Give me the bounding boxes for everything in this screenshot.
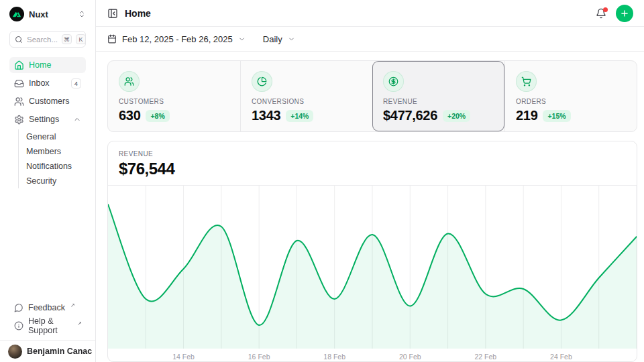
sidebar-item-inbox[interactable]: Inbox 4 xyxy=(9,75,86,91)
revenue-chart[interactable]: 14 Feb16 Feb18 Feb20 Feb22 Feb24 Feb xyxy=(108,186,637,362)
stat-value: 630 xyxy=(119,108,140,123)
kbd-cmd: ⌘ xyxy=(62,34,72,44)
external-link-icon: ↗ xyxy=(77,320,82,326)
user-menu[interactable]: Benjamin Canac xyxy=(0,340,95,362)
notification-dot xyxy=(603,7,608,12)
search-input[interactable]: Search... ⌘ K xyxy=(9,31,86,48)
stat-value: $477,626 xyxy=(383,108,437,123)
shopping-cart-icon xyxy=(516,71,537,92)
stat-delta-badge: +20% xyxy=(443,110,470,122)
sidebar-item-security[interactable]: Security xyxy=(19,174,86,188)
sidebar-item-customers[interactable]: Customers xyxy=(9,93,86,109)
kbd-k: K xyxy=(76,34,86,44)
chevron-up-icon xyxy=(73,115,81,123)
footer-link-label: Help & Support xyxy=(28,316,72,335)
chevron-down-icon xyxy=(288,36,295,43)
chart-pie-icon xyxy=(252,71,272,92)
workspace-name: Nuxt xyxy=(29,9,73,19)
filter-toolbar: Feb 12, 2025 - Feb 26, 2025 Daily xyxy=(96,27,644,52)
search-icon xyxy=(15,36,23,44)
help-support-link[interactable]: Help & Support ↗ xyxy=(9,318,86,334)
revenue-chart-card: REVENUE $76,544 14 Feb16 Feb18 Feb20 Feb… xyxy=(107,141,637,362)
stat-label: ORDERS xyxy=(516,98,626,105)
sidebar-footer: Feedback ↗ Help & Support ↗ xyxy=(0,300,95,340)
sidebar: Nuxt Search... ⌘ K Home Inbox 4 xyxy=(0,0,96,362)
notifications-button[interactable] xyxy=(596,8,606,19)
stat-label: CONVERSIONS xyxy=(252,98,362,105)
svg-text:22 Feb: 22 Feb xyxy=(475,353,497,361)
sidebar-item-settings[interactable]: Settings xyxy=(9,111,86,127)
stat-value: 1343 xyxy=(252,108,280,123)
topbar: Home xyxy=(96,0,644,27)
sidebar-subitem-label: Members xyxy=(26,147,61,156)
page-title: Home xyxy=(125,8,151,19)
stat-delta-badge: +14% xyxy=(286,110,313,122)
svg-text:20 Feb: 20 Feb xyxy=(399,353,421,361)
info-icon xyxy=(14,321,23,330)
settings-subnav: General Members Notifications Security xyxy=(18,129,86,188)
external-link-icon: ↗ xyxy=(70,302,75,308)
chevron-down-icon xyxy=(238,36,246,43)
stats-strip: CUSTOMERS 630 +8% CONVERSIONS 1343 +14% xyxy=(107,60,637,132)
stat-card-orders[interactable]: ORDERS 219 +15% xyxy=(504,61,637,131)
add-button[interactable] xyxy=(616,5,633,22)
sidebar-item-notifications[interactable]: Notifications xyxy=(19,159,86,174)
home-icon xyxy=(14,60,24,70)
stat-card-revenue[interactable]: REVENUE $477,626 +20% xyxy=(372,61,504,131)
feedback-link[interactable]: Feedback ↗ xyxy=(9,300,86,316)
inbox-count-badge: 4 xyxy=(71,78,81,88)
workspace-switcher[interactable]: Nuxt xyxy=(9,6,86,22)
period-select[interactable]: Daily xyxy=(263,34,295,44)
stat-label: CUSTOMERS xyxy=(119,98,229,105)
circle-dollar-icon xyxy=(383,71,404,92)
date-range-label: Feb 12, 2025 - Feb 26, 2025 xyxy=(122,34,233,44)
footer-link-label: Feedback xyxy=(28,303,65,312)
nuxt-logo-icon xyxy=(9,7,24,21)
svg-text:14 Feb: 14 Feb xyxy=(172,353,195,361)
gear-icon xyxy=(14,115,24,125)
date-range-picker[interactable]: Feb 12, 2025 - Feb 26, 2025 xyxy=(107,34,246,44)
chart-metric-value: $76,544 xyxy=(119,160,626,178)
sidebar-subitem-label: Security xyxy=(26,176,56,186)
stat-card-conversions[interactable]: CONVERSIONS 1343 +14% xyxy=(240,61,372,131)
chart-header: REVENUE $76,544 xyxy=(108,141,637,186)
stat-card-customers[interactable]: CUSTOMERS 630 +8% xyxy=(108,61,240,131)
sidebar-item-label: Settings xyxy=(29,115,59,124)
search-placeholder: Search... xyxy=(27,36,58,44)
inbox-icon xyxy=(14,78,24,88)
period-label: Daily xyxy=(263,34,282,44)
stat-label: REVENUE xyxy=(383,98,494,105)
chart-metric-label: REVENUE xyxy=(119,150,626,158)
svg-text:24 Feb: 24 Feb xyxy=(550,353,572,361)
sidebar-nav: Home Inbox 4 Customers Settings xyxy=(9,57,86,127)
svg-text:18 Feb: 18 Feb xyxy=(323,353,345,361)
calendar-icon xyxy=(107,34,117,44)
sidebar-subitem-label: Notifications xyxy=(26,162,72,171)
stat-delta-badge: +15% xyxy=(543,110,570,122)
main-area: Home Feb 12, 2025 - Feb 26, 2025 Daily xyxy=(96,0,644,362)
sidebar-item-label: Home xyxy=(29,60,51,70)
sidebar-item-label: Customers xyxy=(29,97,69,106)
sidebar-item-general[interactable]: General xyxy=(19,129,86,144)
svg-text:16 Feb: 16 Feb xyxy=(248,353,270,361)
message-circle-icon xyxy=(14,303,23,312)
user-name: Benjamin Canac xyxy=(27,347,92,356)
users-icon xyxy=(119,71,140,92)
stat-value: 219 xyxy=(516,108,537,123)
chevrons-up-down-icon xyxy=(78,10,86,18)
stat-delta-badge: +8% xyxy=(146,110,169,122)
avatar xyxy=(8,345,22,359)
sidebar-item-home[interactable]: Home xyxy=(9,57,86,73)
collapse-sidebar-button[interactable] xyxy=(107,8,118,19)
sidebar-item-members[interactable]: Members xyxy=(19,144,86,159)
users-icon xyxy=(14,97,24,107)
sidebar-subitem-label: General xyxy=(26,132,56,141)
sidebar-item-label: Inbox xyxy=(29,78,50,88)
